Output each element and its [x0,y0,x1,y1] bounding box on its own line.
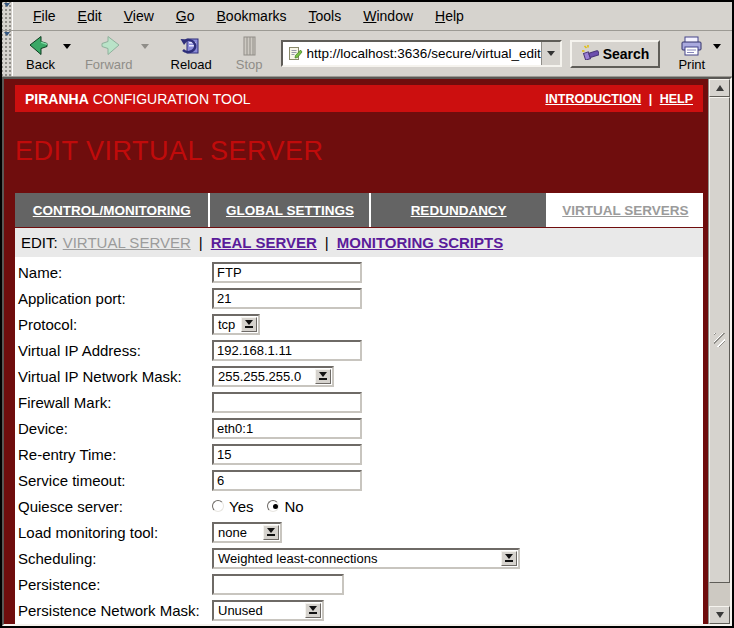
scrollbar-thumb[interactable] [709,97,730,583]
page-viewport: PIRANHA CONFIGURATION TOOL INTRODUCTION … [4,79,708,624]
print-button[interactable]: Print [672,34,711,74]
forward-icon [96,35,122,57]
scroll-down-button[interactable] [709,606,730,624]
vertical-scrollbar[interactable] [708,79,730,624]
url-bar[interactable]: http://localhost:3636/secure/virtual_edi… [281,40,562,67]
quiesce-server-radio-yes[interactable] [212,500,224,512]
field-label-service-timeout: Service timeout: [15,472,212,489]
field-label-virtual-ip-network-mask: Virtual IP Network Mask: [15,368,212,385]
menu-view[interactable]: View [113,8,165,24]
menu-file[interactable]: File [22,8,67,24]
load-monitoring-tool-select[interactable]: none [212,522,282,543]
form-row-name: Name: [15,259,703,285]
forward-dropdown-icon[interactable] [141,44,149,53]
tab-redundancy[interactable]: REDUNDANCY [371,193,545,227]
menu-tools[interactable]: Tools [298,8,353,24]
field-cell [212,418,362,439]
field-label-load-monitoring-tool: Load monitoring tool: [15,524,212,541]
field-label-re-entry-time: Re-entry Time: [15,446,212,463]
menu-bar-items: FileEditViewGoBookmarksToolsWindowHelp [14,2,475,30]
field-label-persistence-network-mask: Persistence Network Mask: [15,602,212,619]
scheduling-select[interactable]: Weighted least-connections [212,548,520,569]
tab-virtual-servers[interactable]: VIRTUAL SERVERS [548,193,703,227]
menu-window[interactable]: Window [352,8,424,24]
menu-go[interactable]: Go [165,8,206,24]
field-cell: none [212,522,282,543]
quiesce-server-radio-no[interactable] [267,500,279,512]
selected-value: 255.255.255.0 [218,369,301,384]
subnav-link-virtual-server[interactable]: VIRTUAL SERVER [63,234,191,251]
stop-button[interactable]: Stop [230,34,269,74]
name-input[interactable] [212,262,362,283]
field-label-virtual-ip-address: Virtual IP Address: [15,342,212,359]
chevron-down-icon [547,51,555,60]
scroll-up-button[interactable] [709,79,730,97]
brand-name: PIRANHA [25,91,89,107]
back-button[interactable]: Back [20,34,61,74]
field-cell: 255.255.255.0 [212,366,334,387]
page-proxy-icon[interactable] [283,42,307,65]
virtual-ip-address-input[interactable] [212,340,362,361]
piranha-page: PIRANHA CONFIGURATION TOOL INTRODUCTION … [15,85,703,624]
service-timeout-input[interactable] [212,470,362,491]
dropdown-arrow-icon[interactable] [263,525,279,540]
field-cell [212,262,362,283]
tab-global-settings[interactable]: GLOBAL SETTINGS [210,193,369,227]
form-row-application-port: Application port: [15,285,703,311]
re-entry-time-input[interactable] [212,444,362,465]
menu-bookmarks[interactable]: Bookmarks [206,8,298,24]
arrow-down-icon [716,612,724,622]
firewall-mark-input[interactable] [212,392,362,413]
subnav-separator: | [199,234,203,251]
menu-edit[interactable]: Edit [67,8,113,24]
url-input[interactable]: http://localhost:3636/secure/virtual_edi… [307,46,541,61]
field-label-scheduling: Scheduling: [15,550,212,567]
persistence-network-mask-select[interactable]: Unused [212,600,324,621]
field-label-firewall-mark: Firewall Mark: [15,394,212,411]
protocol-select[interactable]: tcp [212,314,260,335]
tab-control-monitoring[interactable]: CONTROL/MONITORING [15,193,208,227]
subnav-link-real-server[interactable]: REAL SERVER [211,234,317,251]
form-row-protocol: Protocol:tcp [15,311,703,337]
dropdown-arrow-icon[interactable] [315,369,331,384]
print-dropdown-icon[interactable] [713,44,721,53]
field-label-quiesce-server: Quiesce server: [15,498,212,515]
toolbar-grippy[interactable] [2,31,13,76]
field-label-protocol: Protocol: [15,316,212,333]
help-link[interactable]: HELP [660,92,693,106]
dropdown-arrow-icon[interactable] [241,317,257,332]
introduction-link[interactable]: INTRODUCTION [545,92,641,106]
forward-button[interactable]: Forward [79,34,139,74]
reload-button[interactable]: Reload [165,34,218,74]
radio-label-no: No [284,498,303,515]
application-port-input[interactable] [212,288,362,309]
field-cell [212,574,344,595]
browser-content-area: PIRANHA CONFIGURATION TOOL INTRODUCTION … [2,77,732,626]
field-cell [212,392,362,413]
subnav-link-monitoring-scripts[interactable]: MONITORING SCRIPTS [337,234,503,251]
field-cell: Weighted least-connections [212,548,520,569]
virtual-ip-network-mask-select[interactable]: 255.255.255.0 [212,366,334,387]
menu-help[interactable]: Help [424,8,475,24]
scrollbar-track[interactable] [709,583,730,606]
header-nav-separator: | [649,92,653,106]
url-dropdown-button[interactable] [541,42,560,65]
selected-value: Unused [218,603,263,618]
stop-label: Stop [236,57,263,72]
search-button[interactable]: Search [570,40,661,68]
reload-icon [179,35,203,57]
back-dropdown-icon[interactable] [63,44,71,53]
menubar-grippy[interactable] [2,2,13,30]
radio-label-yes: Yes [229,498,253,515]
edit-subnav: EDIT: VIRTUAL SERVER|REAL SERVER|MONITOR… [15,228,703,257]
device-input[interactable] [212,418,362,439]
dropdown-arrow-icon[interactable] [305,603,321,618]
form-row-scheduling: Scheduling:Weighted least-connections [15,545,703,571]
stop-icon [238,35,260,57]
form-row-virtual-ip-address: Virtual IP Address: [15,337,703,363]
selected-value: none [218,525,247,540]
back-label: Back [26,57,55,72]
dropdown-arrow-icon[interactable] [501,551,517,566]
print-label: Print [678,57,705,72]
persistence-input[interactable] [212,574,344,595]
